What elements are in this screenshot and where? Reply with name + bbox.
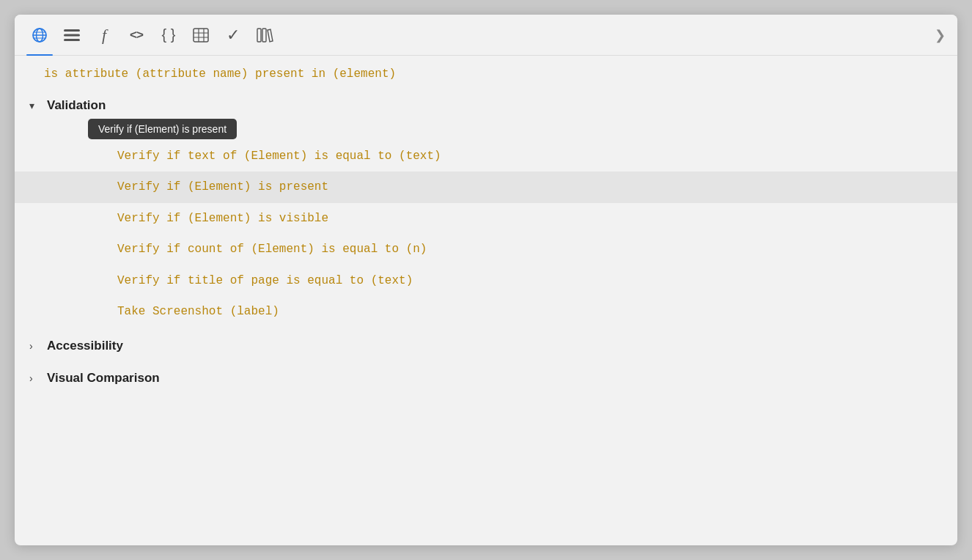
verify-present-label: Verify if (Element) is present [117,180,328,194]
svg-rect-14 [262,29,266,42]
tooltip: Verify if (Element) is present [88,119,237,139]
accessibility-chevron: › [29,340,41,352]
globe-icon[interactable] [26,22,53,48]
visual-comparison-label: Visual Comparison [47,371,160,386]
function-icon[interactable]: f [91,22,117,48]
code-icon[interactable]: <> [123,22,150,48]
table-icon[interactable] [188,22,214,48]
svg-rect-13 [257,29,261,42]
verify-present-item[interactable]: Verify if (Element) is present [15,172,957,202]
content-area: is attribute (attribute name) present in… [15,56,957,545]
verify-text-label: Verify if text of (Element) is equal to … [117,150,441,163]
visual-comparison-header[interactable]: › Visual Comparison [15,365,957,391]
accessibility-label: Accessibility [47,339,123,353]
tooltip-wrapper: Verify if (Element) is present [15,119,957,139]
svg-rect-7 [64,39,80,41]
validation-section: ▾ Validation Verify if (Element) is pres… [15,89,957,330]
visual-comparison-chevron: › [29,372,41,384]
accessibility-header[interactable]: › Accessibility [15,333,957,359]
verify-title-label: Verify if title of page is equal to (tex… [117,274,413,287]
validation-chevron: ▾ [29,100,41,111]
panel-close-chevron[interactable]: ❯ [935,27,946,43]
verify-visible-item[interactable]: Verify if (Element) is visible [15,203,957,234]
take-screenshot-label: Take Screenshot (label) [117,305,279,318]
svg-rect-6 [64,34,80,36]
svg-rect-5 [64,29,80,32]
check-icon[interactable]: ✓ [220,22,246,48]
validation-header[interactable]: ▾ Validation [15,92,957,119]
accessibility-section: › Accessibility [15,330,957,362]
verify-count-item[interactable]: Verify if count of (Element) is equal to… [15,234,957,265]
validation-label: Validation [47,98,106,113]
take-screenshot-item[interactable]: Take Screenshot (label) [15,296,957,327]
verify-text-item[interactable]: Verify if text of (Element) is equal to … [15,141,957,172]
verify-visible-label: Verify if (Element) is visible [117,212,328,225]
verify-title-item[interactable]: Verify if title of page is equal to (tex… [15,265,957,296]
visual-comparison-section: › Visual Comparison [15,362,957,394]
list-icon[interactable] [59,22,85,48]
toolbar: f <> { } ✓ ❯ [15,15,957,56]
verify-count-label: Verify if count of (Element) is equal to… [117,243,427,256]
main-panel: f <> { } ✓ ❯ [15,15,957,545]
top-code-line: is attribute (attribute name) present in… [15,56,957,89]
books-icon[interactable] [252,22,279,48]
svg-rect-8 [194,29,208,42]
braces-icon[interactable]: { } [155,22,182,48]
